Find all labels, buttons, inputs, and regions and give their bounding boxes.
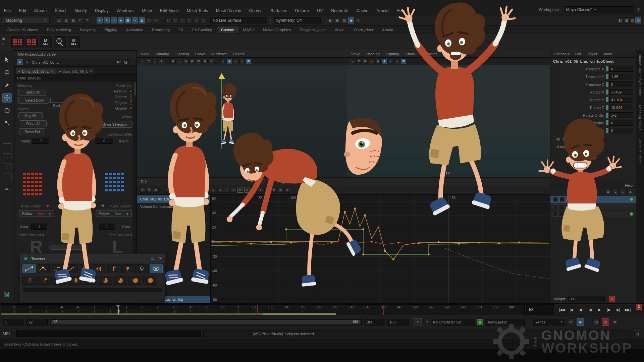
paint-select-tool-icon[interactable] [2,80,12,90]
eye-icon[interactable] [150,264,163,273]
sidebar-attr-editor-icon[interactable]: ◧ [617,17,623,23]
camera-select-icon[interactable]: ▪ [350,59,355,64]
channel-row[interactable]: Translate Y 1.35 [550,73,636,80]
graph-editor-menu-item[interactable]: Edit [141,180,148,184]
rotate-tool-icon[interactable] [2,106,12,115]
shelf-tab[interactable]: Arnold [378,26,397,33]
viewport-menu-item[interactable]: View [351,52,360,56]
menu-item[interactable]: Edit [19,8,26,13]
shelf-tab[interactable]: FX [174,26,187,33]
channel-row[interactable]: Rotate Y 41.104 [550,96,636,104]
move-layer-up-icon[interactable]: ◂ [612,189,619,195]
two-d-pan-icon[interactable]: ✥ [159,59,164,64]
layout-four-pane-icon[interactable] [3,164,11,170]
zero-key-layer-icon[interactable]: ✱ [605,189,611,195]
render-icon[interactable]: ▣ [327,17,333,23]
key-all-button[interactable]: Key All [18,112,43,119]
channel-row[interactable]: Rotate X -6.469 [550,88,636,96]
outliner-list-icon[interactable]: ☰ [2,184,12,193]
rhand-value-field[interactable]: 0 [32,138,49,144]
post-infinity-cycle-icon[interactable]: ↟ [258,187,263,193]
layout-two-pane-icon[interactable] [3,154,11,160]
sidebar-vertical-tab[interactable]: Channel Box / Layer Editor [638,54,642,96]
shelf-item-select-all-1[interactable]: MALL [40,36,52,48]
safe-action-icon[interactable]: ◙ [202,59,208,64]
zoom-reset-icon[interactable]: ◎ [124,60,127,64]
buffer-curve-snapshot-icon[interactable]: ▤ [237,187,243,193]
open-time-editor-icon[interactable]: ▱ [284,187,290,193]
channel-value-field[interactable]: 10.996 [609,105,633,110]
playhead[interactable]: 58 [116,305,120,315]
keys-hollow-icon[interactable] [136,264,149,273]
close-icon[interactable]: ✕ [50,70,53,73]
shelf-tab[interactable]: XGen [331,26,348,33]
tween-preset-100[interactable] [143,276,157,285]
tween-bars-icon[interactable] [93,264,106,273]
selected-node-name[interactable]: Chris_v01_05_L:ac_cn_topChest [550,58,636,65]
viz-checkbox-row[interactable]: Torso IK✓ [113,89,133,93]
free-tangent-icon[interactable]: ⟋ [224,187,230,193]
graph-editor-curve-area[interactable]: 6040200-20-40-60-80 22 100 183 [211,195,550,304]
menu-item[interactable]: Help [396,8,405,13]
tween-preset-33[interactable] [53,276,67,285]
menu-item[interactable]: Generate [331,8,348,13]
new-scene-icon[interactable]: ▤ [56,17,62,23]
range-slider[interactable]: 22 183 [50,319,362,325]
tween-preset-75[interactable] [113,276,127,285]
channel-box-menu-item[interactable]: Edit [575,52,581,56]
right-finger-picker-grid[interactable] [23,173,42,195]
select-all-button[interactable]: Select All [18,89,47,96]
layer-mute-toggle[interactable] [553,212,558,217]
undo-icon[interactable]: ↶ [77,17,83,23]
tween-preset-50[interactable] [83,276,97,285]
channel-box-menu-item[interactable]: Show [602,52,612,56]
sidebar-humanik-icon[interactable]: ☰ [635,17,641,23]
tween-hammer-icon[interactable] [107,264,120,273]
channel-value-field[interactable]: 0 [609,66,633,72]
lock-tangent-icon[interactable]: ⚿ [231,187,236,193]
left-finger-picker-grid[interactable] [105,173,124,191]
channel-row[interactable]: Rotate Order xyz [550,111,636,119]
grid-icon[interactable]: ▦ [139,17,145,23]
right-follow-foot-button[interactable]: Followfoot▶ [19,210,54,217]
move-nearest-key-icon[interactable]: ✛ [140,187,145,193]
lock-icon[interactable]: ⚿ [146,17,152,23]
open-scene-icon[interactable]: ▥ [63,17,69,23]
shelf-tab[interactable]: Curves / Surfaces [3,26,42,33]
channel-row[interactable]: Rotate Z 10.996 [550,104,636,111]
script-editor-icon[interactable]: {;} [634,330,641,337]
live-surface-field[interactable]: No Live Surface [210,17,267,23]
open-dope-sheet-icon[interactable]: ▤ [271,187,277,193]
anim-layer-icon[interactable]: ▥ [477,319,483,325]
tween-preset-90[interactable] [128,276,142,285]
menu-item[interactable]: Deform [295,8,309,13]
snap-plane-magnet-icon[interactable]: ∪ [186,17,193,23]
channel-value-field[interactable]: xyz [609,112,633,118]
shaded-icon[interactable]: ◆ [227,59,232,64]
anim-layer-row[interactable]: AnimLayer2 [550,196,636,203]
viewport-menu-item[interactable]: Renderer [211,52,227,56]
graph-channel-row[interactable]: Chris_v01_05_L:ac_cn_ [137,195,210,203]
tween-ease-icon[interactable] [65,264,78,273]
shelf-tab[interactable]: XGen_User [349,26,377,33]
menu-item[interactable]: Display [95,8,109,13]
bookmark-icon[interactable]: ⚑ [356,59,362,64]
render-settings-icon[interactable]: ▨ [341,17,347,23]
insert-key-icon[interactable]: ✚ [146,187,152,193]
layer-lock-toggle[interactable] [560,212,565,217]
facial-button[interactable]: Facial▶ [48,102,72,109]
layer-lock-toggle[interactable] [560,204,565,209]
transport-button[interactable]: |▶ [604,306,613,314]
cursor-icon[interactable]: ➢ [26,60,29,64]
select-by-hierarchy-icon[interactable]: ✛ [97,17,103,23]
image-plane-icon[interactable]: ▱ [152,59,158,64]
picker-tab[interactable]: Sam_v01_06_L ✕ [56,68,95,74]
grid-toggle-icon[interactable]: ▦ [363,59,368,64]
layer-mute-toggle[interactable] [553,197,558,202]
layout-single-pane-icon[interactable] [3,143,11,150]
textured-icon[interactable]: ◐ [233,59,238,64]
gate-mask-icon[interactable]: ▣ [190,59,195,64]
viewport-menu-item[interactable]: Shading [155,52,169,56]
channel-value-field[interactable]: 0 [609,81,633,87]
tween-overshoot-icon[interactable] [79,264,92,273]
